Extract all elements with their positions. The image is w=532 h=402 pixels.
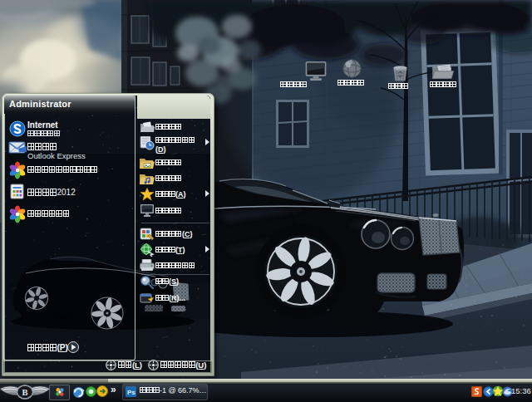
svg-text:B: B xyxy=(22,388,27,397)
svg-text:Ps: Ps xyxy=(127,389,135,396)
